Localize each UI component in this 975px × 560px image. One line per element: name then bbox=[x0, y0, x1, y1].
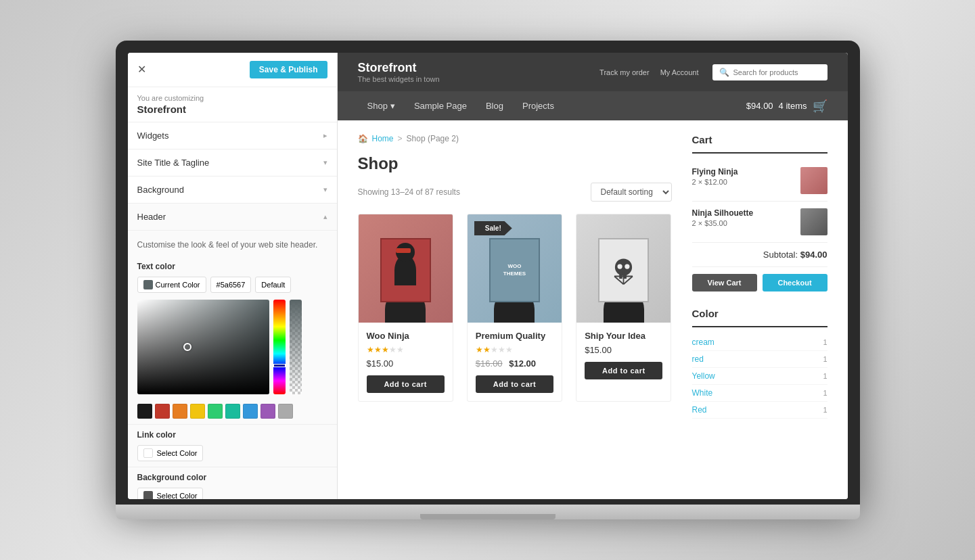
swatch-yellow[interactable] bbox=[190, 404, 205, 419]
color-count-white: 1 bbox=[823, 389, 827, 397]
widgets-label: Widgets bbox=[137, 131, 169, 141]
swatch-blue[interactable] bbox=[243, 404, 258, 419]
product-name-ship: Ship Your Idea bbox=[585, 331, 662, 341]
color-filter-cream[interactable]: cream 1 bbox=[692, 334, 827, 351]
ninja-bg bbox=[359, 214, 453, 323]
hex-color-button[interactable]: #5a6567 bbox=[210, 277, 252, 293]
premium-poster: WOOTHEMES bbox=[489, 238, 540, 302]
widgets-arrow: ▸ bbox=[323, 131, 327, 140]
search-input[interactable] bbox=[733, 68, 821, 76]
color-widget-title: Color bbox=[692, 308, 827, 327]
nav-item-shop[interactable]: Shop ▾ bbox=[358, 91, 405, 120]
color-filter-list: cream 1 red 1 Yellow 1 bbox=[692, 334, 827, 419]
link-color-swatch bbox=[143, 448, 153, 458]
site-title-arrow: ▾ bbox=[323, 158, 327, 167]
subtotal-value: $94.00 bbox=[800, 250, 827, 260]
sidebar-site-title: Storefront bbox=[128, 103, 337, 122]
breadcrumb-current: Shop (Page 2) bbox=[407, 134, 459, 143]
ninja-mask bbox=[396, 248, 411, 253]
my-account-link[interactable]: My Account bbox=[660, 68, 699, 76]
add-to-cart-ship[interactable]: Add to cart bbox=[585, 362, 662, 379]
swatch-green[interactable] bbox=[208, 404, 223, 419]
site-title-label: Site Title & Tagline bbox=[137, 158, 210, 168]
add-to-cart-premium[interactable]: Add to cart bbox=[476, 375, 553, 393]
color-count-yellow: 1 bbox=[823, 372, 827, 380]
swatch-purple[interactable] bbox=[260, 404, 275, 419]
cart-actions: View Cart Checkout bbox=[692, 274, 827, 291]
product-card-premium: Sale! WOOTHEMES Premium Quality bbox=[467, 214, 562, 402]
breadcrumb-icon: 🏠 bbox=[358, 134, 368, 143]
nav-item-sample[interactable]: Sample Page bbox=[405, 91, 476, 120]
cart-item-name-2: Ninja Silhouette bbox=[692, 208, 795, 218]
cart-item-name-1: Flying Ninja bbox=[692, 167, 795, 177]
header-links: Track my order My Account bbox=[599, 68, 698, 76]
color-count-cream: 1 bbox=[823, 338, 827, 346]
search-icon: 🔍 bbox=[719, 68, 729, 77]
current-color-label: Current Color bbox=[156, 281, 200, 289]
sidebar-item-background[interactable]: Background ▾ bbox=[128, 177, 337, 204]
screen: ✕ Save & Publish You are customizing Sto… bbox=[128, 53, 848, 499]
store-header-right: Track my order My Account 🔍 bbox=[599, 64, 827, 80]
bg-color-swatch bbox=[143, 491, 153, 499]
color-count-red: 1 bbox=[823, 355, 827, 363]
color-picker-row bbox=[137, 300, 327, 400]
opacity-slider[interactable] bbox=[290, 300, 302, 394]
current-color-button[interactable]: Current Color bbox=[137, 277, 206, 293]
stars-premium: ★★★★★ bbox=[476, 345, 553, 354]
swatch-black[interactable] bbox=[137, 404, 152, 419]
link-color-select-button[interactable]: Select Color bbox=[137, 445, 204, 461]
view-cart-button[interactable]: View Cart bbox=[692, 274, 757, 291]
cart-thumb-silhouette-bg bbox=[800, 208, 827, 235]
save-publish-button[interactable]: Save & Publish bbox=[250, 61, 327, 78]
price-sale-premium: $12.00 bbox=[509, 358, 536, 369]
add-to-cart-woo-ninja[interactable]: Add to cart bbox=[367, 375, 445, 393]
cart-thumb-ninja-bg bbox=[800, 167, 827, 194]
swatch-orange[interactable] bbox=[173, 404, 187, 419]
price-ship: $15.00 bbox=[585, 345, 662, 355]
color-filter-red[interactable]: red 1 bbox=[692, 351, 827, 368]
color-button-group: Current Color #5a6567 Default bbox=[137, 277, 327, 293]
color-name-red2: Red bbox=[692, 405, 707, 415]
cart-count: 4 items bbox=[779, 101, 807, 111]
swatch-red[interactable] bbox=[155, 404, 170, 419]
color-filter-red2[interactable]: Red 1 bbox=[692, 402, 827, 419]
color-gradient-area[interactable] bbox=[137, 300, 269, 394]
product-info-ship: Ship Your Idea $15.00 Add to cart bbox=[576, 323, 671, 388]
product-image-woo-ninja bbox=[359, 214, 453, 323]
default-color-button[interactable]: Default bbox=[255, 277, 291, 293]
product-image-premium: Sale! WOOTHEMES bbox=[468, 214, 562, 323]
sale-badge-premium: Sale! bbox=[474, 221, 512, 235]
color-name-red: red bbox=[692, 354, 704, 364]
cart-icon[interactable]: 🛒 bbox=[813, 99, 827, 114]
cart-total: $94.00 bbox=[746, 101, 773, 111]
breadcrumb-home[interactable]: Home bbox=[372, 134, 394, 143]
laptop-container: ✕ Save & Publish You are customizing Sto… bbox=[116, 41, 860, 519]
bg-color-select-button[interactable]: Select Color bbox=[137, 488, 204, 499]
sidebar-item-widgets[interactable]: Widgets ▸ bbox=[128, 122, 337, 149]
color-gradient bbox=[137, 300, 269, 394]
checkout-button[interactable]: Checkout bbox=[763, 274, 827, 291]
cart-subtotal: Subtotal: $94.00 bbox=[692, 243, 827, 267]
color-filter-yellow[interactable]: Yellow 1 bbox=[692, 368, 827, 385]
track-order-link[interactable]: Track my order bbox=[599, 68, 650, 76]
swatch-teal[interactable] bbox=[225, 404, 240, 419]
customizing-label: You are customizing bbox=[128, 87, 337, 103]
price-woo-ninja: $15.00 bbox=[367, 358, 445, 369]
customizer-sidebar: ✕ Save & Publish You are customizing Sto… bbox=[128, 53, 338, 499]
ninja-body-inner bbox=[394, 255, 416, 285]
nav-item-blog[interactable]: Blog bbox=[476, 91, 513, 120]
store-content: Storefront The best widgets in town Trac… bbox=[338, 53, 848, 499]
sidebar-item-site-title[interactable]: Site Title & Tagline ▾ bbox=[128, 149, 337, 177]
hue-slider[interactable] bbox=[273, 300, 286, 394]
nav-item-projects[interactable]: Projects bbox=[513, 91, 564, 120]
shop-sidebar: Cart Flying Ninja 2 × $12.00 bbox=[692, 134, 827, 486]
swatch-gray[interactable] bbox=[278, 404, 293, 419]
sort-select[interactable]: Default sorting bbox=[591, 183, 672, 202]
sidebar-item-header[interactable]: Header ▴ bbox=[128, 204, 337, 231]
shop-toolbar: Showing 13–24 of 87 results Default sort… bbox=[358, 183, 672, 202]
link-color-label: Link color bbox=[137, 430, 327, 440]
price-old-premium: $16.00 bbox=[476, 358, 503, 369]
close-button[interactable]: ✕ bbox=[137, 64, 146, 75]
screen-bezel: ✕ Save & Publish You are customizing Sto… bbox=[116, 41, 860, 505]
color-filter-white[interactable]: White 1 bbox=[692, 385, 827, 402]
